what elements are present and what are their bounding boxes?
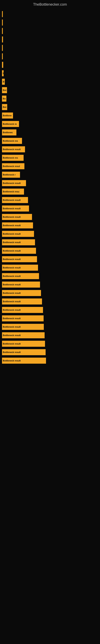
bar-item: Bot <box>2 87 7 93</box>
bar-label: Bottleneck re <box>3 123 17 125</box>
bar-item: Bottleneck r <box>2 172 20 178</box>
bar-label: Bottleneck result <box>3 258 21 260</box>
bar-label: Bottleneck result <box>3 351 21 354</box>
bar-row: Bottleneck result <box>2 230 98 238</box>
bar-item: Bottleneck result <box>2 290 41 296</box>
bar-label: Bo <box>3 98 6 100</box>
bar-item: Bottleneck result <box>2 315 44 322</box>
bar-row: Bottleneck result <box>2 205 98 212</box>
bar-label: Bottleneck result <box>3 283 21 286</box>
bar-item: Bottleneck res <box>2 138 22 144</box>
bar-row <box>2 52 98 60</box>
bar-item: Bottleneck result <box>2 248 36 254</box>
bar-item <box>2 11 3 17</box>
bar-row: E <box>2 70 98 77</box>
bar-item: Bottleneck result <box>2 282 40 288</box>
bars-container: EBBotBoBotBottleneBottleneck reBottlenec… <box>0 8 100 365</box>
bar-item <box>2 62 3 68</box>
bar-label: Bottlene <box>3 114 12 117</box>
bar-row: Bottleneck result <box>2 179 98 187</box>
bar-item: Bottleneck result <box>2 197 28 203</box>
bar-label: B <box>3 80 4 83</box>
bar-label: Bottleneck result <box>3 241 21 244</box>
bar-label: Bottleneck result <box>3 334 21 336</box>
bar-row: Bottlene <box>2 112 98 119</box>
bar-label: Bottleneck result <box>3 148 21 150</box>
bar-row: Bottleneck result <box>2 332 98 339</box>
bar-row: Bottleneck re <box>2 120 98 128</box>
bar-row: Bottleneck resu <box>2 188 98 196</box>
bar-row <box>2 19 98 26</box>
bar-row: Bo <box>2 95 98 102</box>
bar-item <box>2 36 3 42</box>
bar-row: Bottleneck result <box>2 298 98 305</box>
bar-item: Bottleneck result <box>2 273 39 279</box>
bar-row: Bottleneck result <box>2 196 98 204</box>
bar-label: Bottleneck result <box>3 182 21 184</box>
bar-row: Bottleneck result <box>2 357 98 364</box>
bar-row: Bottleneck result <box>2 222 98 229</box>
bar-item <box>2 28 3 34</box>
bar-row: Bottleneck result <box>2 238 98 246</box>
bar-item <box>2 53 3 59</box>
bar-row: Bottleneck result <box>2 213 98 221</box>
bar-label: E <box>3 72 3 74</box>
bar-label: Bottleneck res <box>3 140 18 142</box>
bar-item: Bottleneck result <box>2 222 33 228</box>
bar-row: Bottleneck res <box>2 154 98 162</box>
bar-item: Bottleneck result <box>2 358 46 364</box>
bar-item: Bottleneck result <box>2 332 45 338</box>
bar-item: Bottleneck result <box>2 265 38 271</box>
bar-label: Bottlenec <box>3 131 13 134</box>
bar-item: Bottleneck resul <box>2 163 24 169</box>
bar-item: Bottleneck result <box>2 324 44 330</box>
bar-row: Bot <box>2 86 98 94</box>
bar-row: Bottleneck result <box>2 247 98 254</box>
bar-row <box>2 61 98 69</box>
bar-item: Bottleneck result <box>2 298 42 304</box>
bar-label: Bottleneck result <box>3 250 21 252</box>
site-title: TheBottlenecker.com <box>0 0 100 8</box>
bar-row: Bottleneck result <box>2 348 98 356</box>
bar-item <box>2 45 3 51</box>
bar-label: Bottleneck result <box>3 342 21 345</box>
bar-label: Bottleneck result <box>3 199 21 201</box>
bar-label: Bottleneck result <box>3 207 21 210</box>
bar-item: Bot <box>2 104 7 110</box>
bar-item: Bottleneck result <box>2 239 35 245</box>
bar-row: Bottleneck result <box>2 340 98 348</box>
bar-item: Bottleneck result <box>2 341 45 347</box>
bar-row: Bottleneck result <box>2 272 98 280</box>
bar-row <box>2 36 98 43</box>
bar-item <box>2 20 3 26</box>
bar-label: Bottleneck r <box>3 174 16 176</box>
bar-label: Bottleneck result <box>3 309 21 311</box>
bar-label: Bot <box>3 89 6 91</box>
bar-item: E <box>2 70 3 76</box>
bar-item: Bottlene <box>2 112 13 118</box>
bar-row: Bottleneck result <box>2 314 98 322</box>
bar-row <box>2 10 98 18</box>
bar-item: Bo <box>2 96 6 102</box>
bar-item: Bottleneck result <box>2 307 43 313</box>
bar-row: Bottleneck res <box>2 137 98 145</box>
bar-row: Bottleneck result <box>2 289 98 297</box>
bar-item: Bottlenec <box>2 130 16 136</box>
bar-item: Bottleneck resu <box>2 188 24 194</box>
bar-row: Bottleneck result <box>2 146 98 153</box>
bar-row: Bottleneck result <box>2 323 98 331</box>
bar-label: Bottleneck result <box>3 216 21 218</box>
bar-row: Bottleneck result <box>2 264 98 272</box>
bar-row: Bottleneck result <box>2 256 98 263</box>
bar-item: B <box>2 79 5 85</box>
bar-label: Bottleneck result <box>3 317 21 320</box>
bar-label: Bottleneck result <box>3 300 21 303</box>
bar-row: Bottlenec <box>2 128 98 136</box>
bar-item: Bottleneck result <box>2 231 34 237</box>
bar-item: Bottleneck result <box>2 180 26 186</box>
bar-item: Bottleneck result <box>2 214 32 220</box>
bar-item: Bottleneck result <box>2 349 46 355</box>
bar-label: Bottleneck result <box>3 275 21 277</box>
bar-item: Bottleneck result <box>2 146 25 152</box>
bar-label: Bottleneck resul <box>3 165 20 168</box>
